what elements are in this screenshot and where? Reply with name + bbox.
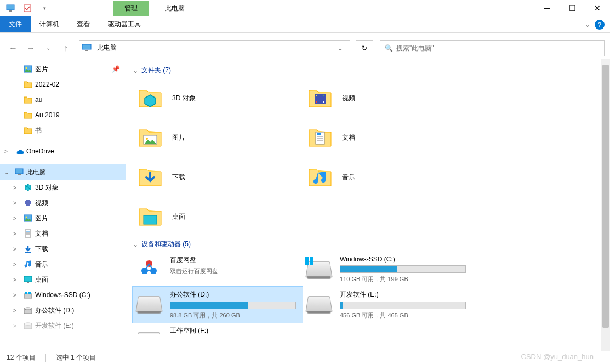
quick-access-toolbar: ▾ xyxy=(0,2,50,14)
svg-rect-13 xyxy=(30,204,31,206)
pc-icon xyxy=(14,167,24,177)
expand-icon[interactable]: > xyxy=(13,308,21,314)
section-folders-header[interactable]: 文件夹 (7) xyxy=(133,62,603,78)
tree-label: 桌面 xyxy=(35,275,48,285)
recent-dropdown-icon[interactable]: ⌄ xyxy=(41,41,56,56)
disk-icon xyxy=(23,305,33,315)
drive-item[interactable]: Windows-SSD (C:)110 GB 可用，共 199 GB xyxy=(303,252,472,287)
expand-icon[interactable]: > xyxy=(13,292,21,298)
svg-point-29 xyxy=(24,323,32,325)
expand-icon[interactable]: ⌄ xyxy=(4,169,12,175)
scrollbar-vertical[interactable] xyxy=(601,59,610,360)
address-bar[interactable]: 此电脑 ⌄ xyxy=(79,40,350,56)
sidebar-item-pictures[interactable]: 图片📌 xyxy=(0,61,126,77)
expand-icon[interactable]: > xyxy=(13,200,21,206)
drive-space-text: 456 GB 可用，共 465 GB xyxy=(340,311,468,320)
forward-button[interactable]: → xyxy=(23,41,38,56)
search-box[interactable]: 🔍 xyxy=(380,40,605,56)
svg-rect-38 xyxy=(317,133,321,135)
pc-icon xyxy=(82,44,93,53)
tab-view[interactable]: 查看 xyxy=(68,16,99,32)
drive-item[interactable]: 百度网盘双击运行百度网盘 xyxy=(133,252,303,287)
properties-icon[interactable] xyxy=(21,2,33,14)
folder-item[interactable]: 图片 xyxy=(133,118,303,157)
qat-dropdown-icon[interactable]: ▾ xyxy=(38,2,50,14)
tab-drive-tools[interactable]: 驱动器工具 xyxy=(99,16,150,32)
back-button[interactable]: ← xyxy=(5,41,21,56)
expand-icon[interactable]: > xyxy=(13,277,21,283)
folder-item[interactable]: 桌面 xyxy=(133,197,303,236)
refresh-button[interactable]: ↻ xyxy=(356,40,373,56)
svg-point-15 xyxy=(26,217,27,218)
window-title: 此电脑 xyxy=(165,4,185,13)
search-input[interactable] xyxy=(396,44,600,52)
tab-computer[interactable]: 计算机 xyxy=(31,16,68,32)
content-pane[interactable]: 文件夹 (7) 3D 对象视频图片文档下载音乐桌面 设备和驱动器 (5) 百度网… xyxy=(126,59,610,360)
folder-icon xyxy=(23,79,33,89)
sidebar-item-download[interactable]: >下载 xyxy=(0,241,126,257)
music-icon xyxy=(23,259,33,269)
section-drives-header[interactable]: 设备和驱动器 (5) xyxy=(133,236,603,252)
folder-item[interactable]: 视频 xyxy=(303,78,472,118)
drive-item[interactable]: 工作空间 (F:) xyxy=(133,323,303,334)
svg-point-6 xyxy=(26,67,27,69)
sidebar-item-pc[interactable]: ⌄此电脑 xyxy=(0,164,126,180)
address-dropdown-icon[interactable]: ⌄ xyxy=(333,44,347,52)
svg-rect-16 xyxy=(25,230,31,237)
folder-item[interactable]: 下载 xyxy=(133,157,303,197)
expand-icon[interactable]: > xyxy=(13,215,21,221)
sidebar-item-disk-win[interactable]: >Windows-SSD (C:) xyxy=(0,287,126,303)
expand-icon[interactable]: > xyxy=(13,246,21,252)
svg-rect-3 xyxy=(82,44,91,49)
sidebar-item-disk[interactable]: >开发软件 (E:) xyxy=(0,318,126,333)
sidebar-item-folder[interactable]: 书 xyxy=(0,123,126,138)
svg-rect-21 xyxy=(24,276,32,282)
sidebar-item-video[interactable]: >视频 xyxy=(0,195,126,211)
folder-item[interactable]: 3D 对象 xyxy=(133,78,303,118)
sidebar-item-pictures[interactable]: >图片 xyxy=(0,211,126,226)
drive-usage-bar xyxy=(340,302,466,309)
folder-item[interactable]: 文档 xyxy=(303,118,472,157)
expand-icon[interactable]: > xyxy=(13,261,21,268)
expand-icon[interactable]: > xyxy=(13,185,21,191)
folder-name: 桌面 xyxy=(172,212,185,221)
expand-icon[interactable]: > xyxy=(4,149,12,155)
disk-icon xyxy=(305,296,333,312)
sidebar-item-desktop[interactable]: >桌面 xyxy=(0,272,126,287)
drive-icon xyxy=(307,255,333,277)
svg-rect-46 xyxy=(305,257,309,261)
sidebar-item-3d[interactable]: >3D 对象 xyxy=(0,180,126,195)
drive-item[interactable]: 开发软件 (E:)456 GB 可用，共 465 GB xyxy=(303,287,472,323)
svg-rect-12 xyxy=(30,200,31,201)
sidebar-item-onedrive[interactable]: >OneDrive xyxy=(0,144,126,159)
sidebar-item-disk[interactable]: >办公软件 (D:) xyxy=(0,303,126,318)
drive-name: 开发软件 (E:) xyxy=(340,290,468,299)
minimize-button[interactable]: ─ xyxy=(534,0,560,16)
tree-label: 开发软件 (E:) xyxy=(35,321,74,331)
download-icon xyxy=(23,244,33,254)
close-button[interactable]: ✕ xyxy=(585,0,610,16)
svg-rect-7 xyxy=(15,169,23,174)
help-icon[interactable]: ? xyxy=(595,20,605,30)
sidebar-item-folder[interactable]: au xyxy=(0,92,126,107)
tab-file[interactable]: 文件 xyxy=(0,16,31,32)
expand-icon[interactable]: > xyxy=(13,323,21,329)
expand-icon[interactable]: > xyxy=(13,231,21,237)
drive-icon xyxy=(137,290,163,312)
sidebar-item-docs[interactable]: >文档 xyxy=(0,226,126,241)
ribbon-collapse-icon[interactable]: ⌄ xyxy=(585,21,590,29)
ribbon-tabs: 文件 计算机 查看 驱动器工具 ⌄ ? xyxy=(0,16,610,33)
sidebar-item-folder[interactable]: Au 2019 xyxy=(0,107,126,123)
disk-icon xyxy=(23,321,33,331)
svg-rect-11 xyxy=(25,204,26,206)
folder-item[interactable]: 音乐 xyxy=(303,157,472,197)
pictures-icon xyxy=(23,213,33,223)
sidebar-item-folder[interactable]: 2022-02 xyxy=(0,77,126,92)
maximize-button[interactable]: ☐ xyxy=(560,0,585,16)
navigation-pane[interactable]: 图片📌2022-02auAu 2019书>OneDrive⌄此电脑>3D 对象>… xyxy=(0,59,126,360)
sidebar-item-music[interactable]: >音乐 xyxy=(0,257,126,272)
drive-icon xyxy=(137,326,163,334)
drive-item[interactable]: 办公软件 (D:)98.8 GB 可用，共 260 GB xyxy=(133,287,303,323)
up-button[interactable]: ↑ xyxy=(58,41,73,56)
pin-icon: 📌 xyxy=(112,65,120,73)
